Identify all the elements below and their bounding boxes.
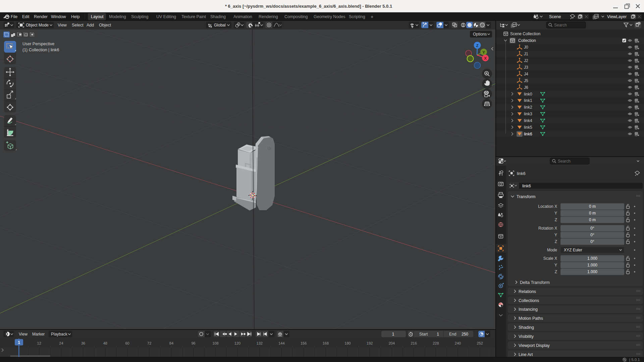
- svg-text:156: 156: [301, 341, 307, 345]
- svg-text:250: 250: [462, 332, 468, 337]
- svg-text:Transform: Transform: [517, 194, 536, 199]
- svg-text:0 m: 0 m: [589, 211, 596, 216]
- svg-text:Scale X: Scale X: [543, 256, 557, 261]
- svg-text:Delta Transform: Delta Transform: [520, 280, 550, 285]
- svg-text:216: 216: [411, 341, 417, 345]
- svg-text:Object Mode: Object Mode: [26, 23, 49, 27]
- svg-text:J1: J1: [524, 52, 528, 56]
- svg-text:link2: link2: [524, 105, 532, 110]
- svg-text:View: View: [19, 332, 28, 337]
- svg-text:180: 180: [344, 341, 351, 345]
- svg-text:204: 204: [389, 341, 395, 345]
- svg-text:96: 96: [192, 341, 196, 345]
- svg-text:12: 12: [37, 341, 41, 345]
- svg-text:Viewport Display: Viewport Display: [519, 343, 550, 348]
- svg-text:0°: 0°: [590, 233, 594, 237]
- svg-text:1: 1: [437, 332, 439, 337]
- svg-text:link6: link6: [517, 171, 526, 176]
- svg-text:User Perspective: User Perspective: [22, 42, 54, 46]
- svg-text:Y: Y: [482, 50, 485, 54]
- svg-text:Rotation X: Rotation X: [538, 226, 557, 231]
- svg-text:1.000: 1.000: [587, 269, 597, 274]
- svg-text:252: 252: [477, 341, 483, 345]
- svg-text:Object: Object: [99, 23, 111, 27]
- svg-text:End: End: [449, 332, 456, 337]
- svg-text:Location X: Location X: [538, 204, 557, 209]
- svg-text:(1) Collection | link6: (1) Collection | link6: [22, 48, 59, 52]
- svg-text:Mode: Mode: [547, 248, 557, 252]
- svg-text:108: 108: [212, 341, 218, 345]
- svg-text:XYZ Euler: XYZ Euler: [564, 248, 582, 252]
- svg-text:link6: link6: [524, 132, 532, 136]
- svg-text:1.000: 1.000: [587, 263, 597, 267]
- svg-text:144: 144: [278, 341, 284, 345]
- svg-text:0 m: 0 m: [589, 218, 596, 222]
- svg-text:Relations: Relations: [519, 289, 536, 294]
- svg-text:Global: Global: [214, 23, 226, 27]
- svg-text:J2: J2: [524, 58, 528, 63]
- svg-text:Marker: Marker: [32, 332, 45, 337]
- svg-text:Add: Add: [87, 23, 94, 27]
- svg-text:Scene Collection: Scene Collection: [510, 32, 540, 36]
- svg-text:Y: Y: [554, 233, 557, 237]
- svg-text:36: 36: [81, 341, 85, 345]
- svg-text:Z: Z: [555, 239, 557, 244]
- svg-text:link4: link4: [524, 118, 532, 123]
- svg-text:240: 240: [455, 341, 461, 345]
- svg-text:0 m: 0 m: [589, 204, 596, 209]
- svg-text:Instancing: Instancing: [519, 307, 538, 312]
- svg-text:120: 120: [234, 341, 240, 345]
- svg-text:link6: link6: [522, 184, 531, 188]
- svg-text:Search: Search: [554, 23, 567, 27]
- svg-text:Z: Z: [555, 269, 557, 274]
- svg-text:Motion Paths: Motion Paths: [519, 316, 543, 321]
- svg-text:J0: J0: [524, 45, 528, 50]
- svg-text:J4: J4: [524, 72, 528, 76]
- svg-text:J5: J5: [524, 78, 528, 83]
- svg-text:Visibility: Visibility: [519, 334, 534, 339]
- svg-text:24: 24: [59, 341, 63, 345]
- svg-text:Shading: Shading: [519, 325, 534, 330]
- svg-text:Z: Z: [555, 218, 557, 222]
- svg-text:J6: J6: [524, 85, 528, 90]
- svg-text:1: 1: [18, 340, 20, 345]
- svg-text:192: 192: [367, 341, 373, 345]
- svg-text:Collection: Collection: [518, 38, 536, 43]
- svg-text:84: 84: [169, 341, 173, 345]
- svg-text:Line Art: Line Art: [519, 352, 533, 357]
- svg-text:Collections: Collections: [519, 298, 539, 303]
- svg-text:48: 48: [103, 341, 107, 345]
- svg-text:Select: Select: [72, 23, 84, 27]
- svg-text:link1: link1: [524, 98, 532, 103]
- svg-text:72: 72: [147, 341, 151, 345]
- svg-text:60: 60: [125, 341, 129, 345]
- svg-text:0°: 0°: [590, 226, 594, 231]
- svg-text:Z: Z: [476, 44, 478, 48]
- svg-text:Search: Search: [558, 159, 571, 164]
- svg-text:link5: link5: [524, 125, 532, 130]
- svg-text:X: X: [484, 56, 487, 60]
- svg-text:Playback: Playback: [51, 332, 68, 337]
- svg-text:228: 228: [433, 341, 439, 345]
- svg-text:link0: link0: [524, 92, 532, 97]
- svg-text:link3: link3: [524, 112, 532, 116]
- svg-text:1: 1: [392, 332, 394, 337]
- svg-text:Start: Start: [419, 332, 428, 337]
- svg-text:Options: Options: [473, 32, 487, 37]
- svg-text:Y: Y: [554, 263, 557, 267]
- svg-text:View: View: [58, 23, 67, 27]
- svg-text:J3: J3: [524, 65, 528, 70]
- svg-text:1.000: 1.000: [587, 256, 597, 261]
- svg-text:Y: Y: [554, 211, 557, 216]
- svg-text:0°: 0°: [590, 239, 594, 244]
- svg-text:132: 132: [257, 341, 263, 345]
- svg-text:168: 168: [323, 341, 329, 345]
